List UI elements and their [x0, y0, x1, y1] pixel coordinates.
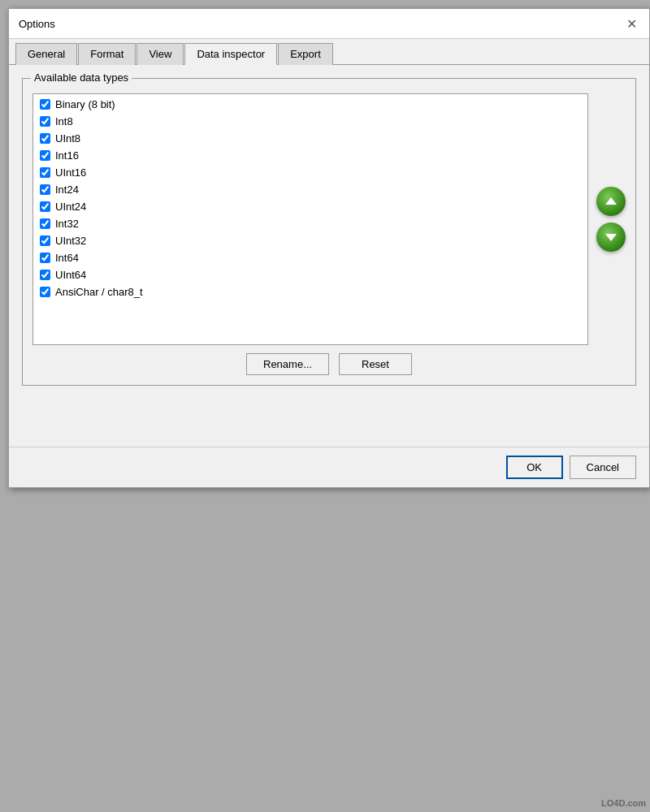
- list-item[interactable]: AnsiChar / char8_t: [33, 283, 587, 300]
- action-buttons: Rename... Reset: [32, 353, 626, 375]
- checkbox-uint16[interactable]: [40, 167, 50, 178]
- dialog-title: Options: [19, 18, 55, 30]
- data-type-label: UInt24: [55, 201, 86, 213]
- ok-button[interactable]: OK: [506, 456, 563, 479]
- tab-export[interactable]: Export: [278, 43, 333, 65]
- checkbox-uint32[interactable]: [40, 235, 50, 246]
- list-item[interactable]: UInt24: [33, 198, 587, 215]
- checkbox-int8[interactable]: [40, 116, 50, 127]
- options-dialog: Options ✕ General Format View Data inspe…: [8, 8, 650, 488]
- list-item[interactable]: UInt16: [33, 164, 587, 181]
- data-type-label: Int32: [55, 218, 79, 230]
- bottom-bar: OK Cancel: [9, 447, 649, 487]
- tab-data-inspector[interactable]: Data inspector: [184, 43, 277, 65]
- close-button[interactable]: ✕: [623, 15, 639, 32]
- tab-general[interactable]: General: [15, 43, 77, 65]
- list-item[interactable]: Int16: [33, 147, 587, 164]
- tab-bar: General Format View Data inspector Expor…: [9, 39, 649, 65]
- tab-view[interactable]: View: [136, 43, 184, 65]
- data-type-label: UInt64: [55, 269, 86, 281]
- move-up-button[interactable]: [596, 187, 626, 216]
- data-type-label: UInt16: [55, 166, 86, 179]
- checkbox-int16[interactable]: [40, 150, 50, 161]
- data-type-label: Int8: [55, 115, 73, 127]
- list-item[interactable]: UInt64: [33, 266, 587, 283]
- move-buttons-container: [596, 93, 626, 345]
- list-item[interactable]: Binary (8 bit): [33, 96, 587, 113]
- tab-content: Available data types Binary (8 bit)Int8U…: [9, 65, 649, 487]
- checkbox-int24[interactable]: [40, 184, 50, 195]
- list-item[interactable]: Int64: [33, 249, 587, 266]
- available-data-types-group: Available data types Binary (8 bit)Int8U…: [22, 78, 636, 386]
- title-bar: Options ✕: [9, 9, 649, 39]
- rename-button[interactable]: Rename...: [246, 353, 329, 375]
- list-item[interactable]: UInt32: [33, 232, 587, 249]
- list-item[interactable]: Int24: [33, 181, 587, 198]
- list-item[interactable]: UInt8: [33, 130, 587, 147]
- tab-format[interactable]: Format: [78, 43, 136, 65]
- checkbox-int64[interactable]: [40, 253, 50, 263]
- data-type-label: Int64: [55, 252, 79, 264]
- data-type-label: UInt32: [55, 235, 86, 247]
- move-down-button[interactable]: [596, 222, 626, 252]
- checkbox-binary8[interactable]: [40, 99, 50, 110]
- checkbox-ansichar[interactable]: [40, 287, 50, 297]
- list-item[interactable]: Int32: [33, 215, 587, 232]
- watermark: LO4D.com: [601, 798, 646, 808]
- svg-marker-0: [605, 197, 617, 205]
- data-types-list[interactable]: Binary (8 bit)Int8UInt8Int16UInt16Int24U…: [32, 93, 588, 345]
- checkbox-uint64[interactable]: [40, 270, 50, 280]
- cancel-button[interactable]: Cancel: [570, 456, 636, 479]
- data-type-label: Int24: [55, 184, 79, 196]
- checkbox-uint24[interactable]: [40, 201, 50, 212]
- data-type-label: UInt8: [55, 132, 80, 145]
- list-item[interactable]: Int8: [33, 113, 587, 130]
- checkbox-int32[interactable]: [40, 218, 50, 229]
- data-type-label: Binary (8 bit): [55, 98, 115, 110]
- group-legend: Available data types: [31, 71, 132, 84]
- reset-button[interactable]: Reset: [339, 353, 412, 375]
- checkbox-uint8[interactable]: [40, 133, 50, 144]
- list-area: Binary (8 bit)Int8UInt8Int16UInt16Int24U…: [32, 93, 626, 345]
- data-type-label: Int16: [55, 149, 79, 162]
- data-type-label: AnsiChar / char8_t: [55, 286, 143, 298]
- svg-marker-1: [605, 234, 617, 241]
